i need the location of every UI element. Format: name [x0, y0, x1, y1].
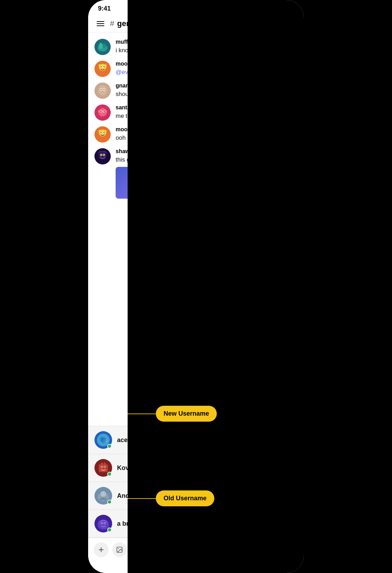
svg-rect-39 [104, 130, 106, 133]
online-indicator [107, 527, 112, 532]
svg-rect-14 [104, 64, 106, 68]
new-username-annotation: New Username [128, 406, 217, 422]
svg-point-69 [102, 523, 103, 524]
svg-point-56 [104, 466, 105, 468]
avatar [94, 148, 111, 164]
add-button[interactable] [94, 542, 109, 557]
member-avatar-wrap [94, 515, 112, 532]
svg-point-70 [104, 523, 105, 524]
new-username-label: New Username [156, 406, 217, 422]
avatar [94, 61, 111, 77]
svg-point-16 [98, 85, 107, 95]
online-indicator [107, 444, 112, 448]
member-avatar-wrap [94, 459, 112, 477]
svg-point-5 [99, 43, 103, 49]
svg-point-48 [100, 437, 106, 443]
member-avatar-wrap [94, 431, 112, 449]
svg-point-62 [102, 493, 103, 494]
svg-rect-51 [101, 463, 103, 466]
member-avatar-wrap [94, 487, 112, 505]
avatar [94, 83, 111, 99]
image-button[interactable] [112, 542, 127, 557]
avatar [94, 104, 111, 121]
svg-point-55 [102, 466, 103, 468]
svg-rect-38 [99, 130, 101, 133]
online-indicator [107, 472, 112, 476]
svg-rect-50 [99, 464, 108, 472]
menu-button[interactable] [95, 20, 106, 28]
svg-point-19 [101, 89, 102, 90]
online-indicator [107, 500, 112, 504]
svg-point-63 [104, 493, 105, 494]
svg-point-20 [104, 89, 105, 90]
svg-point-31 [105, 111, 107, 113]
svg-point-30 [99, 111, 100, 113]
hash-icon: # [110, 19, 114, 28]
svg-rect-13 [99, 64, 101, 68]
old-username-annotation: Old Username [128, 490, 214, 506]
annotation-line-new [128, 414, 156, 414]
svg-point-21 [101, 91, 104, 93]
annotation-line-old [128, 498, 156, 499]
old-username-label: Old Username [156, 490, 214, 506]
svg-point-6 [103, 43, 106, 48]
avatar [94, 39, 111, 55]
svg-rect-52 [104, 463, 106, 466]
avatar [94, 126, 111, 143]
status-time: 9:41 [98, 5, 111, 12]
svg-point-59 [100, 491, 106, 497]
svg-point-43 [103, 154, 105, 156]
svg-point-42 [100, 154, 103, 156]
svg-point-74 [118, 548, 119, 549]
